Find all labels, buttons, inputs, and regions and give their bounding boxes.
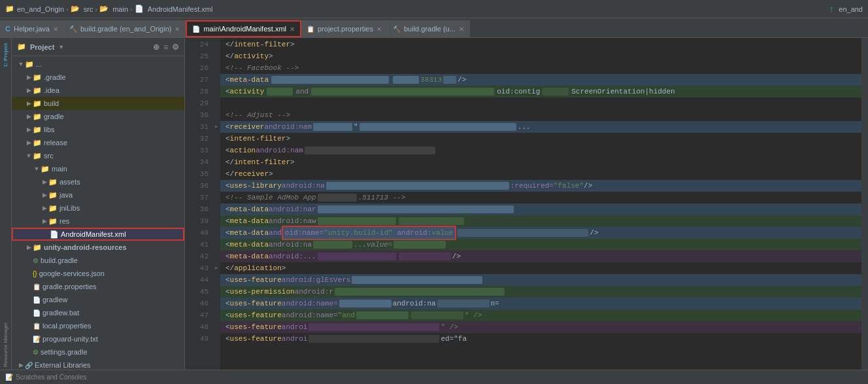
tree-item-gradle-hidden[interactable]: ▶ 📁 .gradle (12, 71, 184, 84)
code-editor[interactable]: </intent-filter> </activity> <!-- Facebo… (220, 38, 861, 370)
tree-item-extlibs[interactable]: ▶ 🔗 External Libraries (12, 358, 184, 370)
tree-label: External Libraries (35, 361, 91, 369)
editor-scroll-bar[interactable] (861, 38, 868, 370)
tab-properties-icon: 📋 (307, 26, 314, 33)
code-line-33: <action android:nam (220, 145, 861, 156)
tab-androidmanifest[interactable]: 📄 main\AndroidManifest.xml ✕ (186, 20, 301, 37)
tree-item-idea[interactable]: ▶ 📁 .idea (12, 84, 184, 97)
tab-buildgradle2-label: build.gradle (u... (404, 25, 456, 33)
tab-manifest-close[interactable]: ✕ (290, 26, 295, 33)
breadcrumb-item-project[interactable]: en_and_Origin (17, 5, 64, 13)
file-icon: 📄 (33, 309, 41, 317)
folder-icon: 📁 (33, 113, 42, 121)
tree-item-buildgradle[interactable]: ⚙ build.gradle (12, 254, 184, 267)
panel-header-actions: ⊕ ≡ ⚙ (153, 43, 179, 52)
tree-item-jnilibs[interactable]: ▶ 📁 jniLibs (12, 201, 184, 215)
tree-arrow: ▶ (41, 192, 48, 198)
tree-item-googleservices[interactable]: {} google-services.json (12, 267, 184, 280)
properties-icon: 📋 (33, 283, 41, 290)
tree-item-gradlew[interactable]: 📄 gradlew (12, 293, 184, 306)
tab-manifest-label: main\AndroidManifest.xml (203, 25, 286, 33)
main-area: 1: Project Resource Manager 📁 Project ▼ … (0, 38, 868, 370)
tree-item-localprops[interactable]: 📋 local.properties (12, 319, 184, 332)
git-icon: ↑ (829, 4, 834, 14)
tab-properties-label: project.properties (318, 25, 373, 33)
breadcrumb-item-main[interactable]: 📂 main (99, 5, 128, 13)
status-scratches: 📝 Scratches and Consoles (5, 374, 86, 381)
branch-name: en_and (839, 5, 863, 13)
side-icon-resource[interactable]: Resource Manager (2, 320, 9, 370)
code-line-37: <!-- Sample AdMob App .511713 --> (220, 192, 861, 203)
folder-icon: 📁 (33, 243, 42, 252)
tree-label: .gradle (44, 73, 66, 81)
tree-item-src[interactable]: ▼ 📁 src (12, 149, 184, 162)
code-line-27: <meta-data 38313 /> (220, 74, 861, 86)
panel-btn-settings[interactable]: ⚙ (172, 43, 179, 52)
tab-bar: C Helper.java ✕ 🔨 build.gradle (en_and_O… (0, 18, 868, 38)
breadcrumb-item-src[interactable]: 📂 src (71, 5, 93, 13)
scratches-status-icon: 📝 (5, 374, 13, 381)
code-line-32: <intent-filter> (220, 133, 861, 145)
tree-item-proguard[interactable]: 📝 proguard-unity.txt (12, 332, 184, 345)
tree-item-gradleprops[interactable]: 📋 gradle.properties (12, 280, 184, 293)
panel-dropdown-icon[interactable]: ▼ (58, 44, 64, 50)
editor-area: 24 25 26 27 28 29 30 31 32 33 34 35 36 3… (185, 38, 868, 370)
tree-item-assets[interactable]: ▶ 📁 assets (12, 175, 184, 188)
tree-item-build[interactable]: ▶ 📁 build (12, 97, 184, 110)
tree-arrow: ▶ (25, 139, 33, 146)
tree-label: unity-android-resources (44, 243, 127, 251)
tree-item-res[interactable]: ▶ 📁 res (12, 215, 184, 228)
code-line-49: <uses-feature androi ed="fa (220, 333, 861, 345)
properties-icon: 📋 (33, 323, 41, 330)
folder-icon: 📁 (48, 191, 58, 200)
code-line-44: <uses-feature android:glEsVers (220, 274, 861, 286)
tab-helper[interactable]: C Helper.java ✕ (0, 20, 64, 37)
tree-item-libs[interactable]: ▶ 📁 libs (12, 123, 184, 136)
panel-btn-locate[interactable]: ⊕ (153, 43, 159, 52)
tree-label: java (59, 191, 73, 199)
tree-item-settingsgradle[interactable]: ⚙ settings.gradle (12, 345, 184, 358)
code-line-43: </application> (220, 262, 861, 274)
code-line-45: <uses-permission android:r (220, 286, 861, 298)
code-line-36: <uses-library android:na :required="fals… (220, 180, 861, 192)
panel-title: Project (30, 43, 54, 51)
tree-item-gradle[interactable]: ▶ 📁 gradle (12, 110, 184, 123)
tree-item-main[interactable]: ▼ 📁 main (12, 162, 184, 175)
folder-icon: 📁 (33, 73, 42, 82)
tab-buildgradle2-icon: 🔨 (393, 26, 401, 33)
tab-projectproperties[interactable]: 📋 project.properties ✕ (301, 20, 388, 37)
side-icon-project[interactable]: 1: Project (2, 41, 9, 69)
breadcrumb-folder-icon-main: 📂 (99, 5, 108, 13)
panel-btn-collapse[interactable]: ≡ (163, 43, 168, 52)
ext-lib-icon: 🔗 (25, 362, 33, 369)
tree-item-androidmanifest[interactable]: 📄 AndroidManifest.xml (12, 228, 184, 241)
tab-manifest-icon: 📄 (192, 26, 200, 33)
top-right-actions: ↑ en_and (829, 4, 863, 14)
tab-helper-close[interactable]: ✕ (53, 26, 58, 33)
tree-arrow (25, 296, 33, 303)
tree-arrow (25, 270, 33, 277)
tree-item-unity[interactable]: ▶ 📁 unity-android-resources (12, 241, 184, 254)
tree-item-java[interactable]: ▶ 📁 java (12, 188, 184, 201)
tree-label: assets (59, 178, 80, 186)
folder-icon: 📁 (33, 139, 42, 147)
code-line-25: </activity> (220, 50, 861, 62)
tree-label: gradle.properties (42, 283, 97, 290)
tab-buildgradle[interactable]: 🔨 build.gradle (en_and_Origin) ✕ (64, 20, 186, 37)
tab-buildgradle2[interactable]: 🔨 build.gradle (u... ✕ (388, 20, 470, 37)
editor-gutter: ▸ ▸ (212, 38, 220, 370)
tab-properties-close[interactable]: ✕ (376, 26, 382, 33)
tree-item-release[interactable]: ▶ 📁 release (12, 136, 184, 149)
folder-icon: 📁 (48, 204, 58, 213)
folder-icon: 📁 (25, 60, 34, 69)
code-line-34: </intent-filter> (220, 156, 861, 168)
tree-arrow (42, 231, 50, 237)
tree-item-gradlewbat[interactable]: 📄 gradlew.bat (12, 306, 184, 319)
code-line-35: </receiver> (220, 168, 861, 180)
redbox-highlight: oid:name="unity.build-id" android:value (282, 226, 456, 240)
tab-buildgradle-close[interactable]: ✕ (175, 26, 180, 33)
tree-label: google-services.json (39, 270, 105, 277)
tree-item-root[interactable]: ▼ 📁 ... (12, 58, 184, 71)
breadcrumb-item-manifest[interactable]: 📄 AndroidManifest.xml (135, 5, 213, 13)
tab-buildgradle2-close[interactable]: ✕ (459, 26, 464, 33)
